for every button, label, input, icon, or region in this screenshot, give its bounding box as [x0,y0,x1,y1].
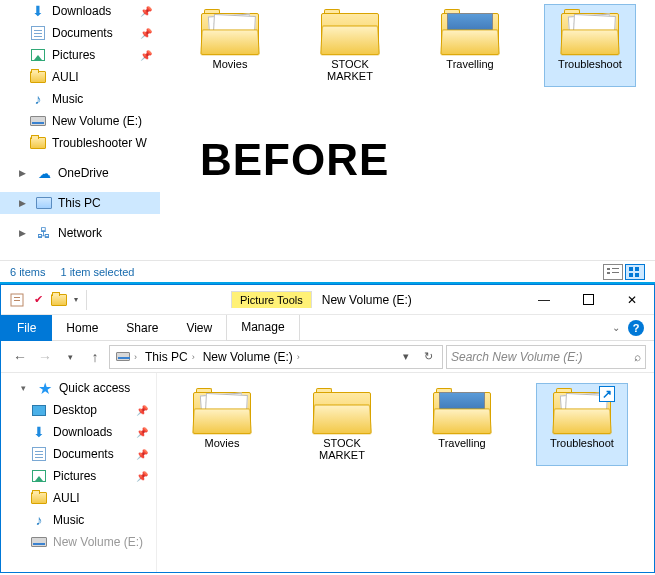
tree-item[interactable]: AULI [1,487,156,509]
details-view-button[interactable] [603,264,623,280]
content: ▾★Quick access Desktop 📌 ⬇ Downloads 📌 D… [1,373,654,572]
breadcrumb-volume[interactable]: New Volume (E:)› [201,350,302,364]
tab-home[interactable]: Home [52,315,112,341]
tree-thispc[interactable]: ▶This PC [0,192,160,214]
tree-label: Pictures [53,469,96,483]
qa-check-icon[interactable]: ✔ [28,290,48,310]
folder-name: Movies [205,437,240,449]
view-buttons [603,264,645,280]
svg-rect-11 [583,295,593,305]
titlebar: ✔ ▾ Picture Tools New Volume (E:) — ✕ [1,285,654,315]
tree-label: AULI [52,70,79,84]
tree-item[interactable]: ♪ Music [1,509,156,531]
share-overlay-icon: ↗ [599,386,615,402]
folder-icon [433,388,491,434]
pin-icon: 📌 [136,427,156,438]
tree-item[interactable]: Documents 📌 [0,22,160,44]
breadcrumb-thispc[interactable]: This PC› [143,350,197,364]
folder-icon [201,9,259,55]
tree-item[interactable]: Desktop 📌 [1,399,156,421]
tree-item[interactable]: Troubleshooter W [0,132,160,154]
folder-icon [321,9,379,55]
pin-icon: 📌 [140,28,160,39]
svg-rect-2 [607,272,610,274]
close-button[interactable]: ✕ [610,286,654,314]
back-button[interactable]: ← [9,346,31,368]
tree-item[interactable]: Documents 📌 [1,443,156,465]
icons-view-button[interactable] [625,264,645,280]
tree-item[interactable]: New Volume (E:) [0,110,160,132]
refresh-button[interactable]: ↻ [418,346,438,368]
qa-overflow-icon[interactable]: ▾ [70,295,82,304]
addr-dropdown-icon[interactable]: ▾ [396,346,416,368]
folder-item[interactable]: Movies [185,5,275,86]
folder-item[interactable]: STOCK MARKET [305,5,395,86]
folder-item[interactable]: Travelling [417,384,507,465]
tree-quickaccess[interactable]: ▾★Quick access [1,377,156,399]
tree-label: Music [52,92,83,106]
tab-view[interactable]: View [172,315,226,341]
up-button[interactable]: ↑ [84,346,106,368]
tree-item[interactable]: ⬇ Downloads 📌 [1,421,156,443]
help-icon[interactable]: ? [628,320,644,336]
folder-name: Troubleshoot [558,58,622,70]
tree-label: New Volume (E:) [53,535,143,549]
qa-folder-icon[interactable] [48,289,70,311]
window-title: New Volume (E:) [322,293,412,307]
tree-label: Troubleshooter W [52,136,147,150]
pin-icon: 📌 [136,449,156,460]
address-bar[interactable]: › This PC› New Volume (E:)› ▾ ↻ [109,345,443,369]
tree-item[interactable]: Pictures 📌 [0,44,160,66]
tab-manage[interactable]: Manage [226,315,299,341]
chevron-right-icon: ▶ [16,198,28,208]
minimize-button[interactable]: — [522,286,566,314]
tree-item[interactable]: ⬇ Downloads 📌 [0,0,160,22]
nav-tree-top: ⬇ Downloads 📌 Documents 📌 Pictures 📌 AUL… [0,0,160,260]
folder-name: STOCK MARKET [307,58,393,82]
folder-item[interactable]: Troubleshoot [545,5,635,86]
explorer-window: ✔ ▾ Picture Tools New Volume (E:) — ✕ Fi… [0,284,655,573]
tree-item[interactable]: New Volume (E:) [1,531,156,553]
pin-icon: 📌 [140,6,160,17]
tree-network[interactable]: ▶🖧Network [0,222,160,244]
recent-dropdown-icon[interactable]: ▾ [59,346,81,368]
folder-icon [313,388,371,434]
music-icon: ♪ [30,91,46,107]
tree-label: Downloads [53,425,112,439]
tree-item[interactable]: Pictures 📌 [1,465,156,487]
music-icon: ♪ [31,512,47,528]
folder-item[interactable]: STOCK MARKET [297,384,387,465]
tree-onedrive[interactable]: ▶☁OneDrive [0,162,160,184]
tree-label: This PC [58,196,101,210]
svg-rect-1 [612,268,619,269]
status-selected: 1 item selected [60,266,134,278]
svg-rect-10 [14,300,20,301]
folder-item[interactable]: Travelling [425,5,515,86]
pics-icon [30,47,46,63]
tree-item[interactable]: AULI [0,66,160,88]
status-count: 6 items [10,266,45,278]
ribbon-expand-icon[interactable]: ⌄ [612,322,620,333]
svg-rect-7 [635,273,639,277]
qa-properties-icon[interactable] [7,290,27,310]
docs-icon [30,25,46,41]
tab-file[interactable]: File [1,315,52,341]
forward-button[interactable]: → [34,346,56,368]
chevron-right-icon: ▶ [16,168,28,178]
tree-label: AULI [53,491,80,505]
chevron-down-icon: ▾ [17,383,29,393]
maximize-button[interactable] [566,286,610,314]
svg-rect-3 [612,272,619,273]
dl-icon: ⬇ [31,424,47,440]
tree-item[interactable]: ♪ Music [0,88,160,110]
folder-item[interactable]: ↗ Troubleshoot [537,384,627,465]
breadcrumb-root-icon[interactable]: › [114,352,139,362]
svg-rect-4 [629,267,633,271]
ribbon: File Home Share View Manage ⌄ ? [1,315,654,341]
folder-item[interactable]: Movies [177,384,267,465]
tab-share[interactable]: Share [112,315,172,341]
drive-icon [30,113,46,129]
tree-label: Network [58,226,102,240]
folder-icon [31,490,47,506]
search-input[interactable]: Search New Volume (E:) ⌕ [446,345,646,369]
